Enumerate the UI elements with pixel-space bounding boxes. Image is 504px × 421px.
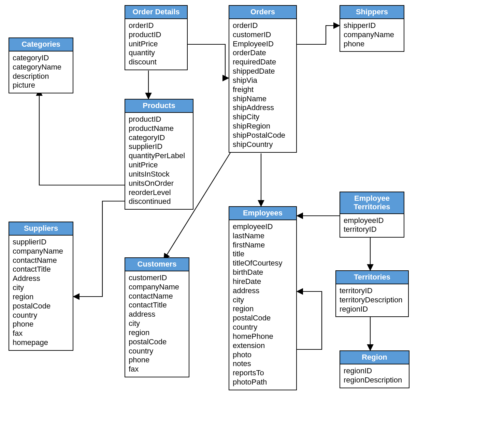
er-diagram-canvas: Categories categoryID categoryName descr… bbox=[0, 0, 504, 421]
entity-header-suppliers: Suppliers bbox=[9, 222, 73, 236]
entity-body-order-details: orderID productID unitPrice quantity dis… bbox=[125, 19, 187, 70]
entity-header-region: Region bbox=[340, 351, 409, 364]
entity-body-region: regionID regionDescription bbox=[340, 364, 409, 388]
entity-suppliers: Suppliers supplierID companyName contact… bbox=[9, 222, 73, 351]
entity-body-categories: categoryID categoryName description pict… bbox=[9, 51, 73, 93]
entity-header-territories: Territories bbox=[336, 271, 408, 284]
entity-header-orders: Orders bbox=[229, 6, 296, 19]
entity-header-employee-territories: Employee Territories bbox=[340, 192, 404, 214]
entity-body-shippers: shipperID companyName phone bbox=[340, 19, 404, 51]
entity-products: Products productID productName categoryI… bbox=[125, 99, 193, 210]
connector-products-to-suppliers bbox=[73, 201, 125, 297]
entity-orders: Orders orderID customerID EmployeeID ord… bbox=[229, 5, 297, 153]
entity-employees: Employees employeeID lastName firstName … bbox=[229, 206, 297, 390]
entity-body-employee-territories: employeeID territoryID bbox=[340, 214, 404, 237]
connector-employees-selfref bbox=[297, 291, 322, 349]
entity-header-customers: Customers bbox=[125, 258, 189, 271]
entity-shippers: Shippers shipperID companyName phone bbox=[340, 5, 404, 52]
entity-employee-territories: Employee Territories employeeID territor… bbox=[340, 192, 404, 238]
entity-body-orders: orderID customerID EmployeeID orderDate … bbox=[229, 19, 296, 152]
entity-territories: Territories territoryID territoryDescrip… bbox=[335, 270, 409, 317]
entity-region: Region regionID regionDescription bbox=[340, 350, 409, 388]
entity-customers: Customers customerID companyName contact… bbox=[125, 257, 189, 377]
entity-header-categories: Categories bbox=[9, 38, 73, 51]
connector-products-to-categories bbox=[39, 90, 125, 185]
entity-body-employees: employeeID lastName firstName title titl… bbox=[229, 220, 296, 390]
connector-orders-to-shippers bbox=[297, 26, 340, 44]
entity-header-order-details: Order Details bbox=[125, 6, 187, 19]
entity-order-details: Order Details orderID productID unitPric… bbox=[125, 5, 188, 70]
entity-header-shippers: Shippers bbox=[340, 6, 404, 19]
entity-body-customers: customerID companyName contactName conta… bbox=[125, 271, 189, 377]
entity-header-employees: Employees bbox=[229, 207, 296, 220]
entity-header-products: Products bbox=[125, 100, 193, 113]
entity-body-suppliers: supplierID companyName contactName conta… bbox=[9, 236, 73, 350]
entity-body-territories: territoryID territoryDescription regionI… bbox=[336, 284, 408, 316]
entity-body-products: productID productName categoryID supplie… bbox=[125, 113, 193, 209]
entity-categories: Categories categoryID categoryName descr… bbox=[9, 37, 73, 93]
connector-orderdetails-to-orders bbox=[188, 44, 229, 78]
